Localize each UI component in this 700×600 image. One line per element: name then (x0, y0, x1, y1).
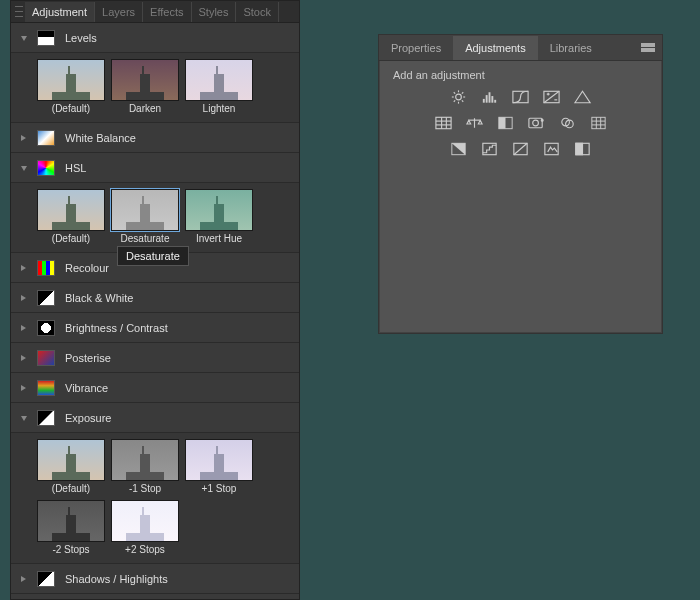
invert-icon[interactable] (449, 141, 468, 157)
exposure-icon (37, 410, 55, 426)
more-icon[interactable] (573, 141, 592, 157)
preset-thumb (111, 439, 179, 481)
preset-default[interactable]: (Default) (37, 189, 105, 244)
svg-line-38 (514, 143, 527, 154)
vibrance-icon (37, 380, 55, 396)
svg-point-26 (532, 120, 538, 126)
tab-stock[interactable]: Stock (236, 2, 279, 22)
svg-rect-9 (483, 99, 485, 103)
preset-minus1[interactable]: -1 Stop (111, 439, 179, 494)
svg-rect-10 (486, 95, 488, 103)
adjustment-panel: AdjustmentLayersEffectsStylesStock Level… (10, 0, 300, 600)
preset-thumb (111, 189, 179, 231)
adjustment-bw[interactable]: Black & White (11, 283, 299, 313)
posterise-icon (37, 350, 55, 366)
channel-mixer-icon[interactable] (558, 115, 577, 131)
preset-label: Darken (129, 103, 161, 114)
svg-point-0 (456, 94, 462, 100)
tab-adjustment[interactable]: Adjustment (25, 2, 95, 22)
adjustment-label: HSL (65, 162, 86, 174)
color-lookup-icon[interactable] (589, 115, 608, 131)
adjustment-hsl[interactable]: HSL (11, 153, 299, 183)
icon-row (449, 89, 592, 105)
drag-handle-icon[interactable] (15, 5, 23, 19)
preset-plus1[interactable]: +1 Stop (185, 439, 253, 494)
preset-default[interactable]: (Default) (37, 439, 105, 494)
preset-lighten[interactable]: Lighten (185, 59, 253, 114)
svg-rect-41 (576, 143, 583, 154)
threshold-icon[interactable] (573, 89, 592, 105)
recolour-icon (37, 260, 55, 276)
preset-thumb (185, 59, 253, 101)
gradient-map-icon[interactable] (511, 141, 530, 157)
selective-color-icon[interactable] (542, 141, 561, 157)
preset-thumb (185, 189, 253, 231)
tab-properties[interactable]: Properties (379, 36, 453, 60)
icon-row (449, 141, 592, 157)
preset-thumb (37, 189, 105, 231)
svg-line-6 (462, 100, 463, 101)
panel-menu-button[interactable] (634, 35, 662, 60)
posterize-icon[interactable] (480, 141, 499, 157)
adjustment-label: Exposure (65, 412, 111, 424)
balance-icon[interactable] (465, 115, 484, 131)
preset-darken[interactable]: Darken (111, 59, 179, 114)
adjustment-threshold[interactable]: Threshold (11, 594, 299, 599)
preset-thumb (37, 500, 105, 542)
shadowhighlight-icon (37, 571, 55, 587)
adjustment-posterise[interactable]: Posterise (11, 343, 299, 373)
right-tabs: PropertiesAdjustmentsLibraries (379, 35, 662, 61)
tab-effects[interactable]: Effects (143, 2, 191, 22)
preset-label: (Default) (52, 483, 90, 494)
preset-label: +2 Stops (125, 544, 165, 555)
preset-default[interactable]: (Default) (37, 59, 105, 114)
photo-filter-icon[interactable] (527, 115, 546, 131)
adjustments-mini-panel: PropertiesAdjustmentsLibraries Add an ad… (378, 34, 663, 334)
exposure-icon[interactable] (542, 89, 561, 105)
adjustment-label: Vibrance (65, 382, 108, 394)
preset-invert[interactable]: Invert Hue (185, 189, 253, 244)
vibrance-icon[interactable] (434, 115, 453, 131)
svg-rect-11 (489, 92, 491, 102)
adjustment-levels[interactable]: Levels (11, 23, 299, 53)
preset-minus2[interactable]: -2 Stops (37, 500, 105, 555)
preset-thumb (111, 59, 179, 101)
whitebalance-icon (37, 130, 55, 146)
preset-label: Invert Hue (196, 233, 242, 244)
preset-label: +1 Stop (202, 483, 237, 494)
preset-plus2[interactable]: +2 Stops (111, 500, 179, 555)
bw-icon[interactable] (496, 115, 515, 131)
adjustment-whitebalance[interactable]: White Balance (11, 123, 299, 153)
adjustment-brightcontrast[interactable]: Brightness / Contrast (11, 313, 299, 343)
tab-layers[interactable]: Layers (95, 2, 143, 22)
svg-rect-30 (591, 117, 604, 128)
preset-label: Lighten (203, 103, 236, 114)
tab-libraries[interactable]: Libraries (538, 36, 604, 60)
svg-line-8 (462, 92, 463, 93)
adjustment-label: Recolour (65, 262, 109, 274)
svg-line-7 (454, 100, 455, 101)
bw-icon (37, 290, 55, 306)
preset-label: (Default) (52, 103, 90, 114)
add-adjustment-title: Add an adjustment (393, 69, 648, 81)
left-tabs: AdjustmentLayersEffectsStylesStock (11, 1, 299, 23)
menu-icon (641, 43, 655, 53)
adjustment-shadowhighlight[interactable]: Shadows / Highlights (11, 564, 299, 594)
brightness-icon[interactable] (449, 89, 468, 105)
preset-label: -2 Stops (52, 544, 89, 555)
adjustment-list: Levels(Default)DarkenLightenWhite Balanc… (11, 23, 299, 599)
tab-styles[interactable]: Styles (192, 2, 237, 22)
preset-label: Desaturate (121, 233, 170, 244)
adjustment-vibrance[interactable]: Vibrance (11, 373, 299, 403)
adjustment-label: Black & White (65, 292, 133, 304)
curves-icon[interactable] (511, 89, 530, 105)
adjustment-label: Levels (65, 32, 97, 44)
levels-icon[interactable] (480, 89, 499, 105)
preset-grid: (Default)DarkenLighten (11, 53, 299, 123)
tab-adjustments[interactable]: Adjustments (453, 36, 538, 60)
svg-line-5 (454, 92, 455, 93)
adjustment-exposure[interactable]: Exposure (11, 403, 299, 433)
adjustment-recolour[interactable]: Recolour (11, 253, 299, 283)
brightcontrast-icon (37, 320, 55, 336)
preset-desat[interactable]: Desaturate (111, 189, 179, 244)
